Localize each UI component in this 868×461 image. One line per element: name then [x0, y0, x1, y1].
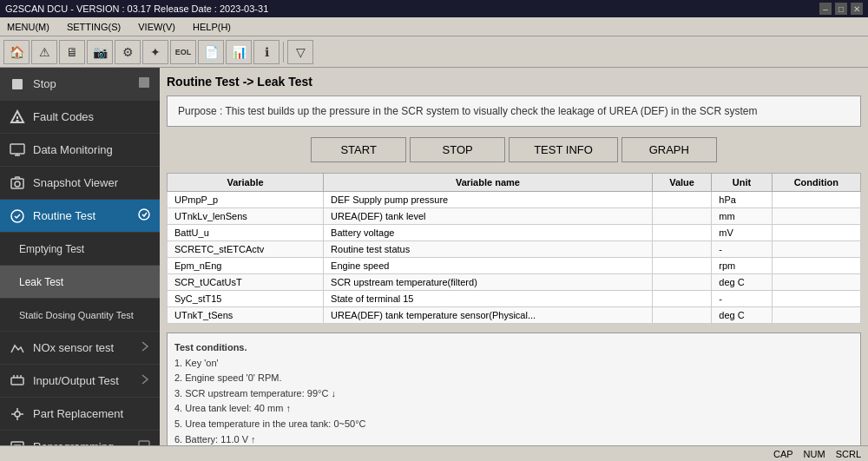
sidebar-label-static: Static Dosing Quantity Test: [19, 310, 134, 320]
maximize-button[interactable]: □: [835, 3, 847, 15]
cell-unit: rpm: [712, 258, 772, 274]
sidebar-item-data-monitoring[interactable]: Data Monitoring: [0, 134, 160, 167]
toolbar-chart[interactable]: 📊: [226, 40, 252, 64]
sidebar-item-emptying-test[interactable]: Emptying Test: [0, 233, 160, 266]
sidebar-item-fault-codes[interactable]: Fault Codes: [0, 101, 160, 134]
sidebar-item-leak-test[interactable]: Leak Test: [0, 266, 160, 299]
menu-view[interactable]: VIEW(V): [135, 20, 179, 34]
cell-value: [652, 291, 711, 307]
data-table: Variable Variable name Value Unit Condit…: [167, 173, 861, 324]
sidebar-item-snapshot[interactable]: Snapshot Viewer: [0, 167, 160, 200]
toolbar: 🏠 ⚠ 🖥 📷 ⚙ ✦ EOL 📄 📊 ℹ ▽: [0, 36, 868, 68]
conditions-box: Test conditions.1. Key 'on'2. Engine spe…: [167, 333, 861, 445]
sidebar-label-reprog: Reprogramming: [33, 440, 114, 445]
sidebar-item-reprogramming[interactable]: Reprogramming: [0, 431, 160, 445]
stop-icon: [9, 76, 26, 93]
menu-bar: MENU(M) SETTING(S) VIEW(V) HELP(H): [0, 17, 868, 36]
col-variable: Variable: [168, 174, 324, 192]
stop-button[interactable]: STOP: [410, 137, 505, 162]
app-title: G2SCAN DCU - VERSION : 03.17 Release Dat…: [5, 3, 268, 14]
cell-value: [652, 225, 711, 241]
conditions-text: Test conditions.1. Key 'on'2. Engine spe…: [174, 340, 853, 445]
cell-name: DEF Supply pump pressure: [324, 192, 653, 208]
sidebar-item-static-dosing[interactable]: Static Dosing Quantity Test: [0, 299, 160, 332]
cell-condition: [772, 192, 860, 208]
nox-icon: [9, 339, 26, 357]
svg-rect-1: [139, 77, 149, 88]
routine-right-icon: [137, 207, 151, 224]
sidebar-item-routine-test[interactable]: Routine Test: [0, 200, 160, 233]
toolbar-expand[interactable]: ▽: [287, 40, 313, 64]
toolbar-camera[interactable]: 📷: [87, 40, 113, 64]
cell-variable: SCRETC_stETCActv: [168, 241, 324, 258]
close-button[interactable]: ✕: [851, 3, 863, 15]
cell-name: SCR upstream temperature(filterd): [324, 274, 653, 291]
start-button[interactable]: START: [311, 137, 406, 162]
cell-unit: deg C: [712, 307, 772, 324]
table-row: SCRETC_stETCActv Routine test status -: [168, 241, 861, 258]
window-controls[interactable]: – □ ✕: [819, 3, 863, 15]
monitor-icon: [9, 142, 26, 159]
sidebar-item-input-output[interactable]: Input/Output Test: [0, 365, 160, 398]
minimize-button[interactable]: –: [819, 3, 832, 15]
svg-rect-11: [11, 378, 23, 385]
cell-name: UREA(DEF) tank temperature sensor(Physic…: [324, 307, 653, 324]
sidebar-label-leak: Leak Test: [19, 276, 63, 288]
cell-value: [652, 274, 711, 291]
cell-unit: mV: [712, 225, 772, 241]
svg-rect-0: [12, 79, 23, 89]
status-scrl: SCRL: [836, 449, 861, 459]
cell-condition: [772, 225, 860, 241]
table-row: SCR_tUCatUsT SCR upstream temperature(fi…: [168, 274, 861, 291]
toolbar-monitor[interactable]: 🖥: [59, 40, 85, 64]
sidebar-item-stop[interactable]: Stop: [0, 68, 160, 101]
cell-variable: UTnkT_tSens: [168, 307, 324, 324]
cell-unit: deg C: [712, 274, 772, 291]
test-info-button[interactable]: TEST INFO: [509, 137, 618, 162]
svg-point-10: [139, 209, 149, 220]
sidebar-item-nox[interactable]: NOx sensor test: [0, 332, 160, 365]
sidebar-label-routine: Routine Test: [33, 209, 95, 222]
svg-rect-19: [139, 441, 149, 445]
toolbar-home[interactable]: 🏠: [3, 40, 30, 64]
menu-setting[interactable]: SETTING(S): [63, 20, 124, 34]
cell-variable: UTnkLv_lenSens: [168, 208, 324, 225]
status-cap: CAP: [773, 449, 793, 459]
menu-menu[interactable]: MENU(M): [3, 20, 53, 34]
cell-variable: UPmpP_p: [168, 192, 324, 208]
cell-variable: SCR_tUCatUsT: [168, 274, 324, 291]
graph-button[interactable]: GRAPH: [621, 137, 717, 162]
col-variable-name: Variable name: [324, 174, 653, 192]
sidebar-label-snapshot: Snapshot Viewer: [33, 176, 118, 189]
svg-rect-4: [10, 144, 24, 154]
toolbar-page[interactable]: 📄: [198, 40, 224, 64]
cell-unit: -: [712, 291, 772, 307]
sidebar: Stop Fault Codes Data Monitoring Snapsho…: [0, 68, 160, 445]
toolbar-star[interactable]: ✦: [142, 40, 168, 64]
info-text: Purpose : This test builds up the pressu…: [178, 105, 757, 117]
toolbar-gear[interactable]: ⚙: [115, 40, 141, 64]
col-unit: Unit: [712, 174, 772, 192]
col-condition: Condition: [772, 174, 860, 192]
menu-help[interactable]: HELP(H): [189, 20, 234, 34]
sidebar-label-io: Input/Output Test: [33, 374, 119, 387]
part-icon: [9, 405, 26, 423]
snapshot-icon: [9, 175, 26, 192]
breadcrumb: Routine Test -> Leak Test: [167, 75, 861, 89]
main-layout: Stop Fault Codes Data Monitoring Snapsho…: [0, 68, 868, 445]
toolbar-info[interactable]: ℹ: [253, 40, 279, 64]
toolbar-eol[interactable]: EOL: [170, 40, 196, 64]
table-row: SyC_stT15 State of terminal 15 -: [168, 291, 861, 307]
nox-right-icon: [139, 340, 151, 355]
toolbar-warning[interactable]: ⚠: [31, 40, 57, 64]
cell-condition: [772, 258, 860, 274]
cell-unit: mm: [712, 208, 772, 225]
cell-value: [652, 192, 711, 208]
cell-unit: hPa: [712, 192, 772, 208]
content-area: Routine Test -> Leak Test Purpose : This…: [160, 68, 868, 445]
table-row: UTnkT_tSens UREA(DEF) tank temperature s…: [168, 307, 861, 324]
sidebar-item-part-replacement[interactable]: Part Replacement: [0, 398, 160, 431]
reprog-icon: [9, 438, 26, 446]
cell-value: [652, 307, 711, 324]
toolbar-separator: [283, 42, 284, 63]
